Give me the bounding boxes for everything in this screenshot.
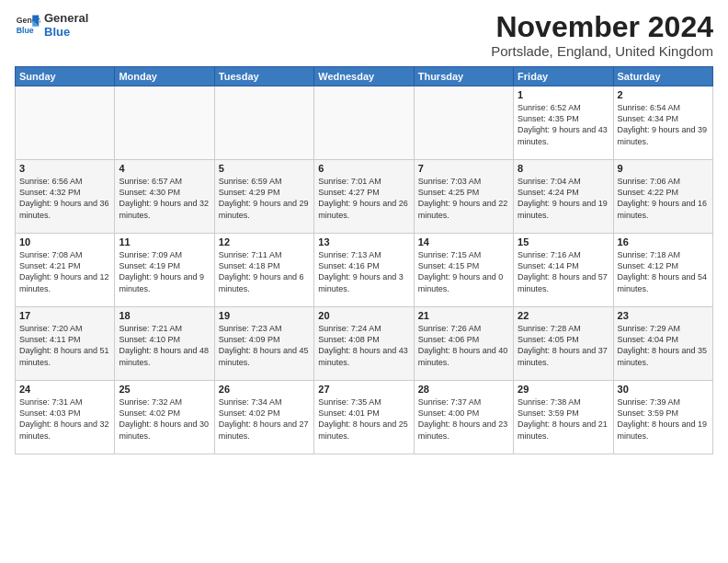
cell-info: Sunrise: 6:57 AM Sunset: 4:30 PM Dayligh… (119, 176, 210, 221)
weekday-header: Monday (115, 67, 214, 86)
cell-info: Sunrise: 7:39 AM Sunset: 3:59 PM Dayligh… (618, 396, 709, 442)
day-number: 11 (119, 236, 210, 247)
weekday-header: Friday (514, 67, 613, 86)
day-number: 23 (618, 310, 709, 321)
day-number: 18 (119, 310, 210, 321)
calendar-cell (414, 86, 513, 160)
day-number: 6 (318, 163, 409, 174)
cell-info: Sunrise: 7:04 AM Sunset: 4:24 PM Dayligh… (518, 176, 609, 221)
day-number: 24 (19, 384, 110, 395)
calendar-cell: 26Sunrise: 7:34 AM Sunset: 4:02 PM Dayli… (214, 381, 313, 454)
calendar-cell: 5Sunrise: 6:59 AM Sunset: 4:29 PM Daylig… (214, 160, 313, 234)
calendar-cell: 28Sunrise: 7:37 AM Sunset: 4:00 PM Dayli… (414, 381, 513, 454)
calendar-cell: 18Sunrise: 7:21 AM Sunset: 4:10 PM Dayli… (115, 307, 214, 381)
cell-info: Sunrise: 7:18 AM Sunset: 4:12 PM Dayligh… (618, 249, 709, 294)
weekday-header: Sunday (16, 67, 115, 86)
calendar-cell: 7Sunrise: 7:03 AM Sunset: 4:25 PM Daylig… (414, 160, 513, 234)
calendar-cell (314, 86, 414, 160)
calendar-cell: 10Sunrise: 7:08 AM Sunset: 4:21 PM Dayli… (16, 234, 115, 307)
day-number: 25 (119, 384, 210, 395)
day-number: 19 (219, 310, 310, 321)
calendar-cell: 17Sunrise: 7:20 AM Sunset: 4:11 PM Dayli… (16, 307, 115, 381)
calendar-cell: 8Sunrise: 7:04 AM Sunset: 4:24 PM Daylig… (514, 160, 613, 234)
cell-info: Sunrise: 7:09 AM Sunset: 4:19 PM Dayligh… (119, 249, 210, 294)
cell-info: Sunrise: 7:11 AM Sunset: 4:18 PM Dayligh… (219, 249, 310, 294)
day-number: 17 (19, 310, 110, 321)
cell-info: Sunrise: 7:32 AM Sunset: 4:02 PM Dayligh… (119, 396, 210, 442)
weekday-header: Tuesday (214, 67, 313, 86)
calendar-cell: 9Sunrise: 7:06 AM Sunset: 4:22 PM Daylig… (613, 160, 712, 234)
weekday-header: Thursday (414, 67, 513, 86)
logo: General Blue General Blue (15, 11, 88, 39)
day-number: 21 (418, 310, 509, 321)
calendar-cell: 12Sunrise: 7:11 AM Sunset: 4:18 PM Dayli… (214, 234, 313, 307)
day-number: 1 (518, 89, 609, 100)
cell-info: Sunrise: 7:35 AM Sunset: 4:01 PM Dayligh… (318, 396, 409, 442)
day-number: 9 (618, 163, 709, 174)
calendar-cell: 19Sunrise: 7:23 AM Sunset: 4:09 PM Dayli… (214, 307, 313, 381)
cell-info: Sunrise: 7:37 AM Sunset: 4:00 PM Dayligh… (418, 396, 509, 442)
cell-info: Sunrise: 7:29 AM Sunset: 4:04 PM Dayligh… (618, 323, 709, 368)
calendar-cell: 15Sunrise: 7:16 AM Sunset: 4:14 PM Dayli… (514, 234, 613, 307)
calendar-cell: 23Sunrise: 7:29 AM Sunset: 4:04 PM Dayli… (613, 307, 712, 381)
cell-info: Sunrise: 6:52 AM Sunset: 4:35 PM Dayligh… (518, 102, 609, 147)
day-number: 20 (318, 310, 409, 321)
calendar-cell: 24Sunrise: 7:31 AM Sunset: 4:03 PM Dayli… (16, 381, 115, 454)
calendar-cell (115, 86, 214, 160)
weekday-header: Wednesday (314, 67, 414, 86)
calendar-cell: 25Sunrise: 7:32 AM Sunset: 4:02 PM Dayli… (115, 381, 214, 454)
cell-info: Sunrise: 7:28 AM Sunset: 4:05 PM Dayligh… (518, 323, 609, 368)
cell-info: Sunrise: 7:24 AM Sunset: 4:08 PM Dayligh… (318, 323, 409, 368)
day-number: 22 (518, 310, 609, 321)
cell-info: Sunrise: 7:34 AM Sunset: 4:02 PM Dayligh… (219, 396, 310, 442)
calendar-cell: 27Sunrise: 7:35 AM Sunset: 4:01 PM Dayli… (314, 381, 414, 454)
calendar-cell: 29Sunrise: 7:38 AM Sunset: 3:59 PM Dayli… (514, 381, 613, 454)
cell-info: Sunrise: 7:15 AM Sunset: 4:15 PM Dayligh… (418, 249, 509, 294)
weekday-header: Saturday (613, 67, 712, 86)
day-number: 26 (219, 384, 310, 395)
calendar-cell: 16Sunrise: 7:18 AM Sunset: 4:12 PM Dayli… (613, 234, 712, 307)
day-number: 14 (418, 236, 509, 247)
cell-info: Sunrise: 7:38 AM Sunset: 3:59 PM Dayligh… (518, 396, 609, 442)
cell-info: Sunrise: 7:16 AM Sunset: 4:14 PM Dayligh… (518, 249, 609, 294)
calendar-cell (214, 86, 313, 160)
cell-info: Sunrise: 7:26 AM Sunset: 4:06 PM Dayligh… (418, 323, 509, 368)
calendar-cell: 11Sunrise: 7:09 AM Sunset: 4:19 PM Dayli… (115, 234, 214, 307)
cell-info: Sunrise: 6:54 AM Sunset: 4:34 PM Dayligh… (618, 102, 709, 147)
day-number: 28 (418, 384, 509, 395)
cell-info: Sunrise: 6:59 AM Sunset: 4:29 PM Dayligh… (219, 176, 310, 221)
calendar-cell: 20Sunrise: 7:24 AM Sunset: 4:08 PM Dayli… (314, 307, 414, 381)
month-title: November 2024 (491, 11, 713, 43)
logo-general-text: General (44, 11, 88, 25)
logo-icon: General Blue (15, 12, 40, 38)
cell-info: Sunrise: 6:56 AM Sunset: 4:32 PM Dayligh… (19, 176, 110, 221)
cell-info: Sunrise: 7:20 AM Sunset: 4:11 PM Dayligh… (19, 323, 110, 368)
page-header: General Blue General Blue November 2024 … (15, 11, 713, 59)
cell-info: Sunrise: 7:01 AM Sunset: 4:27 PM Dayligh… (318, 176, 409, 221)
day-number: 3 (19, 163, 110, 174)
svg-text:Blue: Blue (17, 26, 34, 35)
day-number: 4 (119, 163, 210, 174)
calendar-cell (16, 86, 115, 160)
calendar-cell: 13Sunrise: 7:13 AM Sunset: 4:16 PM Dayli… (314, 234, 414, 307)
title-block: November 2024 Portslade, England, United… (491, 11, 713, 59)
day-number: 5 (219, 163, 310, 174)
day-number: 8 (518, 163, 609, 174)
calendar-cell: 22Sunrise: 7:28 AM Sunset: 4:05 PM Dayli… (514, 307, 613, 381)
calendar-cell: 2Sunrise: 6:54 AM Sunset: 4:34 PM Daylig… (613, 86, 712, 160)
logo-blue-text: Blue (44, 25, 88, 39)
day-number: 27 (318, 384, 409, 395)
cell-info: Sunrise: 7:03 AM Sunset: 4:25 PM Dayligh… (418, 176, 509, 221)
day-number: 2 (618, 89, 709, 100)
day-number: 7 (418, 163, 509, 174)
calendar-cell: 14Sunrise: 7:15 AM Sunset: 4:15 PM Dayli… (414, 234, 513, 307)
cell-info: Sunrise: 7:13 AM Sunset: 4:16 PM Dayligh… (318, 249, 409, 294)
calendar-table: SundayMondayTuesdayWednesdayThursdayFrid… (15, 66, 713, 454)
calendar-cell: 30Sunrise: 7:39 AM Sunset: 3:59 PM Dayli… (613, 381, 712, 454)
calendar-cell: 21Sunrise: 7:26 AM Sunset: 4:06 PM Dayli… (414, 307, 513, 381)
day-number: 16 (618, 236, 709, 247)
cell-info: Sunrise: 7:06 AM Sunset: 4:22 PM Dayligh… (618, 176, 709, 221)
calendar-cell: 6Sunrise: 7:01 AM Sunset: 4:27 PM Daylig… (314, 160, 414, 234)
calendar-cell: 1Sunrise: 6:52 AM Sunset: 4:35 PM Daylig… (514, 86, 613, 160)
day-number: 29 (518, 384, 609, 395)
